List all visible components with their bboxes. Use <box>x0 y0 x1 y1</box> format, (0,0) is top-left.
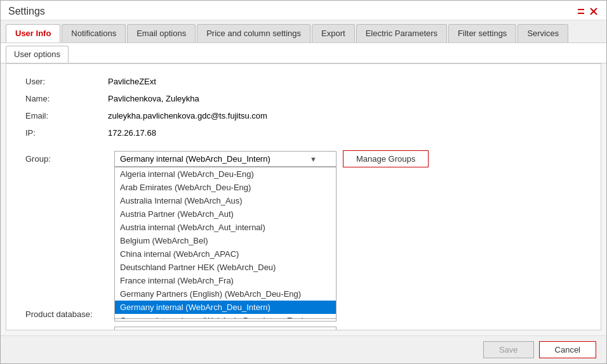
user-row: User: PavlicheZExt <box>25 77 582 86</box>
svg-rect-1 <box>578 9 584 10</box>
tab-services[interactable]: Services <box>517 24 568 42</box>
email-label: Email: <box>25 111 108 120</box>
creation-date-label: Creation date: <box>25 329 108 330</box>
sub-tabs: User options <box>1 43 606 63</box>
group-label: Group: <box>25 154 108 164</box>
email-value: zuleykha.pavlichenkova.gdc@ts.fujitsu.co… <box>108 111 267 120</box>
main-tabs: User Info Notifications Email options Pr… <box>1 20 606 43</box>
dropdown-item[interactable]: Austria Partner (WebArch_Aut) <box>115 207 336 221</box>
dropdown-item[interactable]: Germany internal-eng (WebArch_Deu_Intern… <box>115 314 336 319</box>
dropdown-item[interactable]: China internal (WebArch_APAC) <box>115 247 336 261</box>
tab-export[interactable]: Export <box>312 24 355 42</box>
tab-filter-settings[interactable]: Filter settings <box>448 24 516 42</box>
manage-groups-button[interactable]: Manage Groups <box>343 150 429 167</box>
dropdown-item[interactable]: Arab Emirates (WebArch_Deu-Eng) <box>115 181 336 194</box>
user-info-section: User: PavlicheZExt Name: Pavlichenkova, … <box>25 77 582 138</box>
window-title: Settings <box>8 6 45 17</box>
minimize-button[interactable] <box>576 6 586 16</box>
group-row: Group: Germany internal (WebArch_Deu_Int… <box>25 150 582 167</box>
ip-row: IP: 172.26.17.68 <box>25 128 582 138</box>
dropdown-item[interactable]: Australia Internal (WebArch_Aus) <box>115 194 336 207</box>
ip-label: IP: <box>25 128 108 138</box>
email-row: Email: zuleykha.pavlichenkova.gdc@ts.fuj… <box>25 111 582 120</box>
name-value: Pavlichenkova, Zuleykha <box>108 94 199 103</box>
title-bar: Settings <box>1 1 606 20</box>
dropdown-item[interactable]: Algeria internal (WebArch_Deu-Eng) <box>115 167 336 181</box>
ip-value: 172.26.17.68 <box>108 128 156 138</box>
selected-group-text: Germany internal (WebArch_Deu_Intern) <box>120 154 270 164</box>
name-row: Name: Pavlichenkova, Zuleykha <box>25 94 582 103</box>
content-area: User: PavlicheZExt Name: Pavlichenkova, … <box>6 63 601 330</box>
settings-window: Settings User Info Notifications Email o… <box>0 0 607 364</box>
user-label: User: <box>25 77 108 86</box>
dropdown-arrow-icon: ▼ <box>310 155 317 163</box>
tab-electric-parameters[interactable]: Electric Parameters <box>356 24 447 42</box>
save-button[interactable]: Save <box>483 341 534 358</box>
dropdown-item[interactable]: Belgium (WebArch_Bel) <box>115 234 336 247</box>
svg-rect-0 <box>578 13 584 14</box>
dropdown-item[interactable]: Austria internal (WebArch_Aut_internal) <box>115 221 336 234</box>
group-select-wrapper: Germany internal (WebArch_Deu_Intern) ▼ … <box>114 151 337 167</box>
product-database-label: Product database: <box>25 309 108 319</box>
group-select[interactable]: Germany internal (WebArch_Deu_Intern) ▼ <box>114 151 337 167</box>
dropdown-item-selected[interactable]: Germany internal (WebArch_Deu_Intern) <box>115 301 336 314</box>
tab-price-column[interactable]: Price and column settings <box>197 24 310 42</box>
creation-date-row: Creation date: <box>25 327 582 330</box>
dropdown-item[interactable]: France internal (WebArch_Fra) <box>115 274 336 287</box>
tab-notifications[interactable]: Notifications <box>62 24 126 42</box>
tab-email-options[interactable]: Email options <box>127 24 196 42</box>
creation-date-input[interactable] <box>114 327 337 330</box>
user-value: PavlicheZExt <box>108 77 156 86</box>
name-label: Name: <box>25 94 108 103</box>
sub-tab-user-options[interactable]: User options <box>6 46 69 63</box>
tab-user-info[interactable]: User Info <box>6 24 60 42</box>
group-dropdown-list[interactable]: Algeria internal (WebArch_Deu-Eng) Arab … <box>114 167 337 319</box>
close-button[interactable] <box>589 6 599 16</box>
cancel-button[interactable]: Cancel <box>539 341 596 358</box>
dropdown-item[interactable]: Germany Partners (English) (WebArch_Deu-… <box>115 287 336 301</box>
window-controls <box>576 6 599 16</box>
dropdown-item[interactable]: Deutschland Partner HEK (WebArch_Deu) <box>115 261 336 274</box>
bottom-buttons: Save Cancel <box>1 335 606 363</box>
group-section: Group: Germany internal (WebArch_Deu_Int… <box>25 150 582 330</box>
